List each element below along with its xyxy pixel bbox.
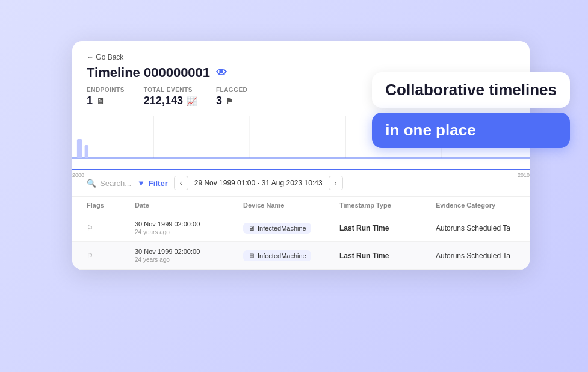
flagged-label: FLAGGED bbox=[216, 87, 247, 93]
monitor-icon: 🖥 bbox=[96, 96, 105, 106]
table-row: ⚐ 30 Nov 1999 02:00:00 24 years ago 🖥 In… bbox=[72, 242, 530, 270]
overlay-line2: in one place bbox=[385, 121, 475, 139]
row2-timestamp: Last Run Time bbox=[339, 252, 436, 260]
search-placeholder: Search... bbox=[100, 179, 131, 188]
th-flags: Flags bbox=[87, 202, 135, 209]
th-device: Device Name bbox=[243, 202, 339, 209]
row1-device: 🖥 InfectedMachine bbox=[243, 223, 339, 234]
go-back-label: ← Go Back bbox=[87, 53, 123, 61]
svg-rect-5 bbox=[77, 139, 82, 158]
table-row: ⚐ 30 Nov 1999 02:00:00 24 years ago 🖥 In… bbox=[72, 214, 530, 242]
row2-flag: ⚐ bbox=[87, 252, 135, 260]
flagged-value: 3 bbox=[216, 95, 222, 107]
device-badge: 🖥 InfectedMachine bbox=[243, 223, 311, 234]
row2-evidence: Autoruns Scheduled Ta bbox=[436, 252, 515, 260]
row2-device: 🖥 InfectedMachine bbox=[243, 250, 339, 261]
row2-date-sub: 24 years ago bbox=[135, 256, 243, 263]
device-name: InfectedMachine bbox=[258, 225, 306, 232]
bubble-blue: in one place bbox=[372, 113, 570, 148]
endpoints-label: ENDPOINTS bbox=[87, 87, 125, 93]
overlay-line1: Collaborative timelines bbox=[385, 81, 557, 99]
device-monitor-icon: 🖥 bbox=[248, 225, 255, 232]
date-range: 29 Nov 1999 01:00 - 31 Aug 2023 10:43 bbox=[194, 179, 323, 187]
row1-date: 30 Nov 1999 02:00:00 24 years ago bbox=[135, 220, 243, 235]
search-box[interactable]: 🔍 Search... bbox=[87, 179, 131, 188]
year-left: 2000 bbox=[72, 172, 84, 178]
device-name2: InfectedMachine bbox=[258, 252, 306, 259]
go-back-button[interactable]: ← Go Back bbox=[87, 53, 515, 61]
stat-endpoints: ENDPOINTS 1 🖥 bbox=[87, 87, 125, 107]
row2-date-main: 30 Nov 1999 02:00:00 bbox=[135, 248, 243, 255]
svg-rect-6 bbox=[85, 145, 88, 158]
row1-date-sub: 24 years ago bbox=[135, 229, 243, 235]
th-timestamp: Timestamp Type bbox=[339, 202, 436, 209]
date-separator: - bbox=[257, 179, 259, 187]
device-badge: 🖥 InfectedMachine bbox=[243, 250, 311, 261]
filter-funnel-icon: ▼ bbox=[137, 179, 145, 188]
search-icon: 🔍 bbox=[87, 179, 96, 188]
th-date: Date bbox=[135, 202, 243, 209]
filter-label: Filter bbox=[149, 179, 168, 188]
stat-flagged: FLAGGED 3 ⚑ bbox=[216, 87, 247, 107]
chart-icon: 📈 bbox=[187, 96, 197, 106]
row1-flag: ⚐ bbox=[87, 224, 135, 232]
stat-total-events: TOTAL EVENTS 212,143 📈 bbox=[144, 87, 197, 107]
flag-icon: ⚑ bbox=[226, 96, 234, 106]
date-start: 29 Nov 1999 01:00 bbox=[194, 179, 255, 187]
timeline-title-text: Timeline 000000001 bbox=[87, 65, 210, 81]
filter-button[interactable]: ▼ Filter bbox=[137, 179, 168, 188]
total-events-label: TOTAL EVENTS bbox=[144, 87, 197, 93]
row1-date-main: 30 Nov 1999 02:00:00 bbox=[135, 220, 243, 228]
overlay-bubbles: Collaborative timelines in one place bbox=[372, 72, 570, 148]
bubble-white: Collaborative timelines bbox=[372, 72, 570, 108]
row1-timestamp: Last Run Time bbox=[339, 224, 436, 232]
total-events-value: 212,143 bbox=[144, 95, 183, 107]
table-header: Flags Date Device Name Timestamp Type Ev… bbox=[72, 197, 530, 214]
events-table: Flags Date Device Name Timestamp Type Ev… bbox=[72, 197, 530, 270]
date-end: 31 Aug 2023 10:43 bbox=[262, 179, 323, 187]
row1-evidence: Autoruns Scheduled Ta bbox=[436, 224, 515, 232]
th-evidence: Evidence Category bbox=[436, 202, 515, 209]
endpoints-value: 1 bbox=[87, 95, 93, 107]
year-right: 2010 bbox=[518, 172, 530, 178]
eye-icon[interactable]: 👁 bbox=[216, 67, 227, 79]
device-monitor-icon2: 🖥 bbox=[248, 252, 255, 259]
year-labels: 2000 2010 bbox=[72, 171, 530, 179]
row2-date: 30 Nov 1999 02:00:00 24 years ago bbox=[135, 248, 243, 263]
